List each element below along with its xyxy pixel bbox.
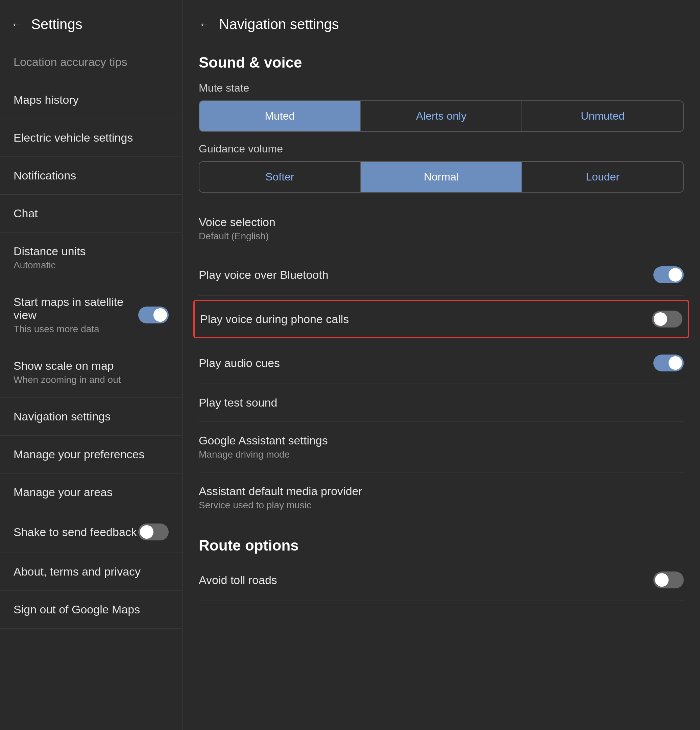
settings-list: Location accuracy tipsMaps historyElectr… <box>0 43 182 730</box>
left-back-button[interactable]: ← <box>11 17 23 31</box>
settings-item-title-shake-feedback: Shake to send feedback <box>13 526 137 539</box>
google-assistant-item[interactable]: Google Assistant settings Manage driving… <box>199 422 684 473</box>
play-test-sound-item[interactable]: Play test sound <box>199 384 684 422</box>
settings-item-title-distance-units: Distance units <box>13 245 86 258</box>
settings-item-title-electric-vehicle: Electric vehicle settings <box>13 131 133 144</box>
volume-option-0[interactable]: Softer <box>199 162 361 192</box>
play-audio-cues-item[interactable]: Play audio cues <box>199 342 684 384</box>
assistant-media-title: Assistant default media provider <box>199 485 684 498</box>
toggle-shake-feedback[interactable] <box>138 524 169 540</box>
volume-option-1[interactable]: Normal <box>361 162 523 192</box>
settings-item-sign-out[interactable]: Sign out of Google Maps <box>0 591 182 629</box>
right-panel: ← Navigation settings Sound & voice Mute… <box>183 0 700 730</box>
settings-item-distance-units[interactable]: Distance unitsAutomatic <box>0 232 182 283</box>
settings-item-title-chat: Chat <box>13 207 38 220</box>
avoid-toll-knob <box>655 573 669 587</box>
mute-option-0[interactable]: Muted <box>199 101 361 131</box>
voice-selection-title: Voice selection <box>199 216 684 229</box>
settings-item-electric-vehicle[interactable]: Electric vehicle settings <box>0 119 182 157</box>
left-header: ← Settings <box>0 0 182 43</box>
play-phone-calls-toggle[interactable] <box>652 311 682 327</box>
play-bluetooth-knob <box>669 268 682 282</box>
play-test-sound-title: Play test sound <box>199 396 684 409</box>
settings-item-notifications[interactable]: Notifications <box>0 157 182 195</box>
settings-item-location-accuracy[interactable]: Location accuracy tips <box>0 43 182 81</box>
mute-state-control: MutedAlerts onlyUnmuted <box>199 101 684 132</box>
right-content: Sound & voice Mute state MutedAlerts onl… <box>183 43 700 730</box>
sound-voice-section-title: Sound & voice <box>199 43 684 79</box>
left-panel-title: Settings <box>31 16 82 32</box>
settings-item-manage-preferences[interactable]: Manage your preferences <box>0 436 182 473</box>
settings-item-satellite-view[interactable]: Start maps in satellite viewThis uses mo… <box>0 283 182 347</box>
settings-item-title-notifications: Notifications <box>13 169 76 182</box>
right-panel-title: Navigation settings <box>219 16 339 32</box>
play-bluetooth-toggle[interactable] <box>653 266 684 283</box>
play-bluetooth-title: Play voice over Bluetooth <box>199 268 653 282</box>
settings-item-title-location-accuracy: Location accuracy tips <box>13 55 127 69</box>
voice-selection-subtitle: Default (English) <box>199 231 684 242</box>
settings-item-subtitle-satellite-view: This uses more data <box>13 324 138 334</box>
toggle-satellite-view[interactable] <box>138 307 169 323</box>
route-options-title: Route options <box>199 526 684 559</box>
toggle-knob-satellite-view <box>153 308 167 322</box>
settings-item-manage-areas[interactable]: Manage your areas <box>0 473 182 511</box>
avoid-toll-title: Avoid toll roads <box>199 574 653 587</box>
left-panel: ← Settings Location accuracy tipsMaps hi… <box>0 0 183 730</box>
settings-item-title-about-terms: About, terms and privacy <box>13 565 140 578</box>
play-phone-calls-title: Play voice during phone calls <box>200 312 349 326</box>
settings-item-shake-feedback[interactable]: Shake to send feedback <box>0 511 182 553</box>
guidance-volume-control: SofterNormalLouder <box>199 161 684 193</box>
settings-item-about-terms[interactable]: About, terms and privacy <box>0 553 182 591</box>
settings-item-title-manage-preferences: Manage your preferences <box>13 448 144 461</box>
right-back-button[interactable]: ← <box>199 17 211 31</box>
avoid-toll-toggle[interactable] <box>653 571 684 588</box>
settings-item-maps-history[interactable]: Maps history <box>0 81 182 119</box>
play-phone-calls-item[interactable]: Play voice during phone calls <box>193 300 689 338</box>
settings-item-title-maps-history: Maps history <box>13 93 79 107</box>
settings-item-title-manage-areas: Manage your areas <box>13 486 113 499</box>
mute-state-label: Mute state <box>199 82 684 94</box>
toggle-knob-shake-feedback <box>140 525 153 539</box>
play-audio-cues-title: Play audio cues <box>199 356 653 370</box>
play-audio-cues-knob <box>669 356 682 370</box>
mute-option-1[interactable]: Alerts only <box>361 101 523 131</box>
google-assistant-subtitle: Manage driving mode <box>199 449 684 460</box>
guidance-volume-label: Guidance volume <box>199 143 684 155</box>
assistant-media-subtitle: Service used to play music <box>199 500 684 511</box>
voice-selection-item[interactable]: Voice selection Default (English) <box>199 203 684 254</box>
assistant-media-item[interactable]: Assistant default media provider Service… <box>199 473 684 523</box>
google-assistant-title: Google Assistant settings <box>199 434 684 447</box>
settings-item-title-sign-out: Sign out of Google Maps <box>13 603 140 616</box>
volume-option-2[interactable]: Louder <box>522 162 683 192</box>
right-header: ← Navigation settings <box>183 0 700 43</box>
settings-item-subtitle-distance-units: Automatic <box>13 260 86 271</box>
play-bluetooth-item[interactable]: Play voice over Bluetooth <box>199 254 684 296</box>
settings-item-subtitle-show-scale: When zooming in and out <box>13 374 121 385</box>
play-phone-calls-knob <box>654 312 667 326</box>
settings-item-title-navigation-settings: Navigation settings <box>13 410 111 423</box>
mute-option-2[interactable]: Unmuted <box>522 101 683 131</box>
settings-item-show-scale[interactable]: Show scale on mapWhen zooming in and out <box>0 347 182 398</box>
avoid-toll-item[interactable]: Avoid toll roads <box>199 559 684 601</box>
settings-item-title-show-scale: Show scale on map <box>13 359 121 372</box>
settings-item-chat[interactable]: Chat <box>0 195 182 232</box>
play-audio-cues-toggle[interactable] <box>653 355 684 371</box>
settings-item-title-satellite-view: Start maps in satellite view <box>13 295 138 322</box>
settings-item-navigation-settings[interactable]: Navigation settings <box>0 398 182 436</box>
